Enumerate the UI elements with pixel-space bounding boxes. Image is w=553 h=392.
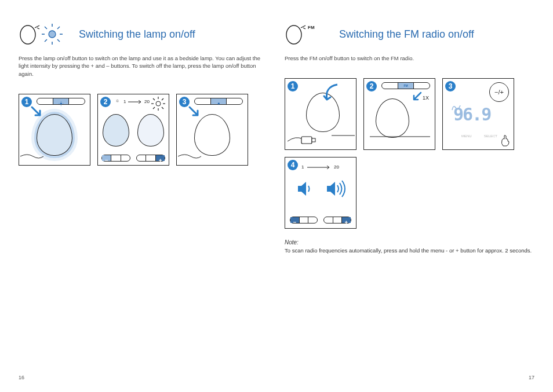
minus-segment	[37, 98, 53, 104]
right-intro: Press the FM on/off button to switch on …	[285, 54, 534, 62]
cord-icon	[178, 152, 201, 160]
left-title: Switching the lamp on/off	[79, 28, 195, 41]
left-steps: 1 2 ☼ 1 20	[19, 94, 268, 166]
minus-segment	[195, 98, 211, 104]
step-lamp-2: 2 ☼ 1 20	[97, 94, 169, 166]
device-illustration	[376, 98, 409, 138]
menu-label: MENU	[461, 134, 472, 138]
vol-plus-segment	[308, 217, 317, 223]
plus-segment	[69, 98, 85, 104]
svg-line-7	[57, 27, 60, 29]
lamp-off-illustration	[194, 114, 230, 156]
svg-line-6	[45, 27, 47, 29]
range-arrow-icon	[307, 166, 332, 169]
minus-segment	[137, 155, 146, 161]
page-number-left: 16	[19, 375, 24, 380]
press-arrow-icon	[187, 105, 202, 120]
signal-icon	[451, 103, 461, 111]
left-page: Switching the lamp on/off Press the lamp…	[10, 22, 276, 380]
base-line	[332, 133, 355, 138]
step-fm-4: 4 1 20	[285, 157, 356, 229]
lamp-bright-illustration	[137, 114, 164, 146]
svg-text:FM: FM	[308, 25, 315, 30]
right-title: Switching the FM radio on/off	[339, 28, 474, 41]
fm-button-segment: FM	[398, 83, 414, 89]
plus-segment	[121, 155, 130, 161]
egg-fm-icon: FM	[285, 22, 329, 46]
step-number: 3	[445, 81, 456, 91]
vol-plus-segment	[342, 217, 351, 223]
range-max: 20	[334, 164, 339, 170]
press-arrow-icon	[412, 91, 423, 103]
right-steps: 1 2 FM 1X	[285, 78, 534, 229]
sun-segment	[146, 155, 155, 161]
sun-large-icon	[150, 96, 166, 112]
plus-segment	[156, 155, 165, 161]
press-count: 1X	[423, 95, 429, 101]
range-min: 1	[123, 99, 126, 104]
lamp-on-illustration	[37, 114, 72, 156]
right-page: FM Switching the FM radio on/off Press t…	[276, 22, 543, 380]
svg-line-22	[162, 107, 163, 109]
lamp-dim-illustration	[103, 114, 129, 146]
svg-line-9	[57, 39, 60, 42]
minus-segment	[102, 155, 111, 161]
base-line	[370, 134, 430, 139]
vol-center-segment	[300, 217, 309, 223]
cord-icon	[20, 152, 43, 160]
press-arrow-icon	[30, 105, 45, 120]
step-lamp-1: 1	[19, 94, 90, 166]
step-number: 4	[288, 160, 298, 170]
note-block: Note: To scan radio frequencies automati…	[285, 239, 534, 254]
step-fm-2: 2 FM 1X	[363, 78, 435, 150]
insert-arrow-icon	[320, 83, 343, 104]
lamp-button-segment	[211, 98, 227, 104]
speaker-high-icon	[325, 178, 349, 199]
step-fm-3: 3 −/+ 96.9 MENU SELECT	[442, 78, 514, 150]
page-number-right: 17	[529, 375, 534, 380]
sun-small-icon: ☼	[115, 98, 119, 103]
select-label: SELECT	[484, 134, 497, 138]
svg-point-16	[156, 101, 161, 106]
right-header: FM Switching the FM radio on/off	[285, 22, 534, 46]
vol-minus-segment	[324, 217, 333, 223]
svg-line-24	[153, 107, 155, 109]
left-intro: Press the lamp on/off button to switch o…	[19, 54, 268, 78]
svg-line-21	[153, 98, 155, 100]
next-segment	[414, 83, 430, 89]
sun-segment	[111, 155, 121, 161]
step-lamp-3: 3	[176, 94, 248, 166]
note-label: Note:	[285, 239, 534, 246]
egg-sun-icon	[19, 22, 68, 46]
range-min: 1	[301, 164, 304, 170]
range-max: 20	[144, 99, 150, 104]
step-number: 2	[366, 81, 377, 91]
prev-segment	[382, 83, 398, 89]
svg-line-23	[162, 98, 163, 100]
plus-segment	[227, 98, 242, 104]
hand-press-icon	[497, 133, 511, 147]
plus-minus-dial: −/+	[489, 82, 509, 102]
svg-point-28	[217, 102, 219, 104]
svg-rect-31	[301, 137, 312, 144]
svg-rect-32	[312, 138, 315, 142]
svg-point-1	[49, 31, 56, 38]
power-adapter-icon	[288, 129, 322, 146]
svg-line-8	[45, 39, 47, 42]
svg-point-29	[286, 25, 301, 44]
svg-point-10	[60, 102, 61, 104]
left-header: Switching the lamp on/off	[19, 22, 268, 46]
lamp-button-segment	[53, 98, 70, 104]
step-number: 2	[100, 97, 111, 107]
svg-point-0	[20, 25, 35, 44]
range-arrow-icon	[128, 100, 143, 104]
step-number: 1	[288, 81, 298, 91]
note-body: To scan radio frequencies automatically,…	[285, 247, 534, 254]
vol-center-segment	[333, 217, 343, 223]
step-fm-1: 1	[285, 78, 356, 150]
speaker-low-icon	[294, 178, 315, 199]
vol-minus-segment	[290, 217, 300, 223]
